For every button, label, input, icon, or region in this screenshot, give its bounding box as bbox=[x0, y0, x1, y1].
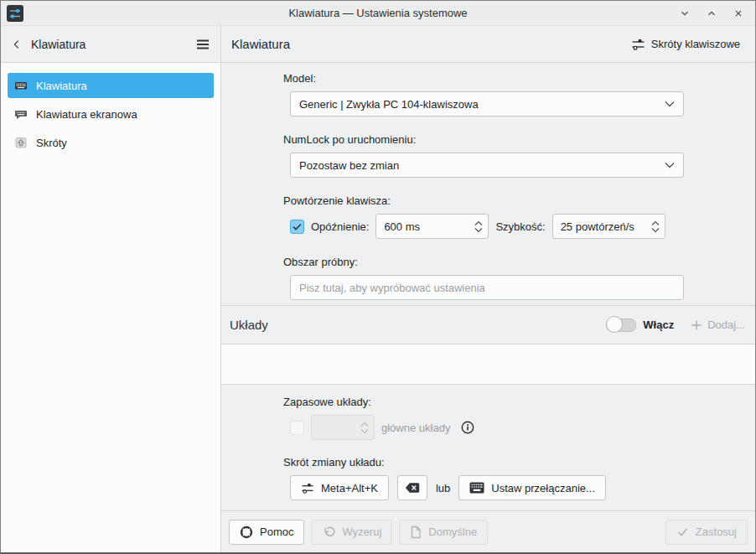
layouts-enable-toggle[interactable] bbox=[606, 318, 636, 332]
main-content: Klawiatura Skróty klawiszowe bbox=[221, 26, 755, 552]
shift-key-icon bbox=[14, 136, 28, 149]
reset-label: Wyzeruj bbox=[342, 526, 381, 538]
defaults-button[interactable]: Domyślne bbox=[399, 520, 488, 545]
keyboard-icon bbox=[14, 79, 28, 92]
help-button[interactable]: Pomoc bbox=[229, 520, 304, 545]
configure-switching-label: Ustaw przełączanie... bbox=[491, 482, 595, 494]
spare-layouts-section: Zapasowe układy: główne układy bbox=[221, 384, 755, 510]
test-area-input[interactable] bbox=[290, 275, 684, 300]
content-toolbar: Klawiatura Skróty klawiszowe bbox=[221, 26, 755, 63]
back-icon[interactable] bbox=[11, 39, 23, 50]
keyboard-icon bbox=[469, 482, 484, 494]
numlock-value: Pozostaw bez zmian bbox=[299, 159, 658, 172]
help-lifering-icon bbox=[240, 526, 253, 539]
rate-label: Szybkość: bbox=[495, 220, 545, 233]
configure-switching-button[interactable]: Ustaw przełączanie... bbox=[458, 475, 606, 500]
page-title: Klawiatura bbox=[231, 37, 290, 51]
spinner-arrows-icon[interactable] bbox=[474, 220, 483, 233]
sliders-icon bbox=[631, 38, 645, 51]
reset-button[interactable]: Wyzeruj bbox=[311, 520, 392, 545]
shortcut-key-label: Meta+Alt+K bbox=[321, 482, 378, 494]
delay-label: Opóźnienie: bbox=[311, 220, 369, 233]
document-icon bbox=[410, 526, 422, 539]
delay-spinbox[interactable] bbox=[375, 214, 489, 239]
model-value: Generic | Zwykła PC 104-klawiszowa bbox=[299, 98, 658, 111]
sidebar-list: Klawiatura Klawiatura ekranowa bbox=[1, 63, 220, 552]
add-layout-label: Dodaj... bbox=[707, 318, 745, 331]
maximize-button[interactable] bbox=[705, 7, 718, 20]
sidebar-back-label[interactable]: Klawiatura bbox=[31, 38, 85, 51]
window-title: Klawiatura — Ustawienia systemowe bbox=[1, 7, 755, 19]
onscreen-keyboard-icon bbox=[14, 107, 28, 121]
model-combobox[interactable]: Generic | Zwykła PC 104-klawiszowa bbox=[290, 91, 684, 116]
delay-checkbox[interactable] bbox=[290, 220, 304, 234]
shortcut-key-button[interactable]: Meta+Alt+K bbox=[290, 475, 389, 500]
chevron-down-icon bbox=[665, 162, 675, 168]
sidebar-item-skroty[interactable]: Skróty bbox=[8, 130, 214, 155]
spare-count-input bbox=[312, 422, 360, 434]
spinner-arrows-icon bbox=[360, 422, 369, 434]
numlock-label: NumLock po uruchomieniu: bbox=[283, 133, 755, 146]
sidebar-item-klawiatura-ekranowa[interactable]: Klawiatura ekranowa bbox=[8, 101, 214, 127]
layouts-enable-label: Włącz bbox=[643, 318, 674, 331]
menu-icon[interactable] bbox=[195, 39, 210, 50]
sliders-icon bbox=[301, 482, 314, 494]
delay-input[interactable] bbox=[376, 220, 474, 233]
layouts-title: Układy bbox=[230, 318, 268, 332]
spare-count-spinbox bbox=[311, 415, 375, 440]
minimize-button[interactable] bbox=[678, 7, 691, 20]
system-settings-window: Klawiatura — Ustawienia systemowe Klawia… bbox=[0, 0, 756, 554]
undo-icon bbox=[322, 526, 335, 539]
add-layout-button[interactable]: Dodaj... bbox=[691, 318, 747, 331]
keyboard-shortcuts-button[interactable]: Skróty klawiszowe bbox=[626, 34, 745, 54]
layouts-section-header: Układy Włącz Dodaj... bbox=[221, 305, 755, 344]
or-label: lub bbox=[436, 482, 450, 494]
keyboard-shortcuts-label: Skróty klawiszowe bbox=[651, 38, 740, 50]
model-label: Model: bbox=[283, 72, 755, 85]
key-repeat-label: Powtórzenie klawisza: bbox=[283, 194, 755, 207]
apply-label: Zastosuj bbox=[696, 526, 737, 538]
backspace-icon bbox=[405, 482, 420, 494]
defaults-label: Domyślne bbox=[428, 526, 477, 538]
plus-icon bbox=[691, 319, 702, 331]
sidebar-item-label: Klawiatura ekranowa bbox=[36, 108, 137, 121]
rate-spinbox[interactable] bbox=[552, 214, 665, 239]
sidebar-toolbar: Klawiatura bbox=[1, 26, 220, 63]
hardware-form: Model: Generic | Zwykła PC 104-klawiszow… bbox=[221, 63, 755, 305]
spinner-arrows-icon[interactable] bbox=[651, 220, 660, 233]
check-icon bbox=[676, 526, 689, 538]
switch-shortcut-label: Skrót zmiany układu: bbox=[283, 456, 755, 469]
spare-layouts-checkbox[interactable] bbox=[290, 421, 304, 435]
numlock-combobox[interactable]: Pozostaw bez zmian bbox=[290, 153, 684, 178]
help-label: Pomoc bbox=[260, 526, 293, 538]
test-area-label: Obszar próbny: bbox=[283, 256, 755, 268]
close-button[interactable] bbox=[732, 7, 745, 20]
rate-input[interactable] bbox=[553, 220, 651, 233]
spare-layouts-suffix: główne układy bbox=[381, 422, 450, 434]
layouts-list bbox=[221, 344, 755, 384]
sidebar-item-label: Skróty bbox=[36, 137, 67, 149]
chevron-down-icon bbox=[665, 101, 675, 107]
clear-shortcut-button[interactable] bbox=[397, 475, 427, 500]
footer-bar: Pomoc Wyzeruj bbox=[221, 510, 755, 552]
sidebar-item-klawiatura[interactable]: Klawiatura bbox=[8, 73, 214, 98]
titlebar: Klawiatura — Ustawienia systemowe bbox=[1, 1, 755, 26]
sidebar: Klawiatura bbox=[1, 26, 221, 552]
info-icon[interactable] bbox=[460, 420, 475, 435]
spare-layouts-label: Zapasowe układy: bbox=[283, 396, 755, 408]
sidebar-item-label: Klawiatura bbox=[36, 80, 87, 92]
apply-button[interactable]: Zastosuj bbox=[665, 520, 748, 545]
